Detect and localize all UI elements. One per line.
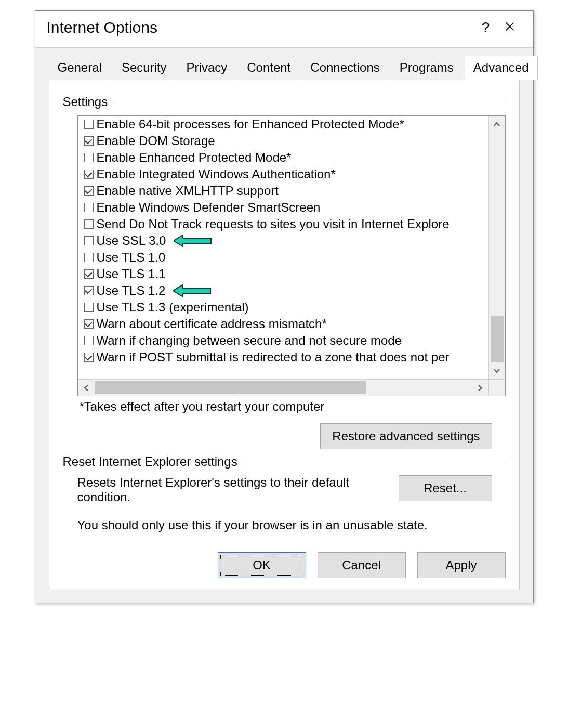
dialog-title: Internet Options	[47, 19, 474, 36]
checkbox-icon[interactable]	[84, 236, 94, 245]
horizontal-scroll-track[interactable]	[95, 380, 472, 396]
settings-item[interactable]: Warn if changing between secure and not …	[81, 332, 488, 349]
reset-block: Resets Internet Explorer's settings to t…	[77, 475, 506, 504]
settings-item[interactable]: Use TLS 1.2	[81, 282, 488, 299]
settings-item[interactable]: Enable Integrated Windows Authentication…	[81, 166, 488, 183]
settings-item-label: Warn about certificate address mismatch*	[97, 317, 327, 331]
settings-item[interactable]: Enable Enhanced Protected Mode*	[81, 149, 488, 166]
settings-item[interactable]: Enable Windows Defender SmartScreen	[81, 199, 488, 216]
settings-item-label: Enable native XMLHTTP support	[97, 184, 279, 198]
tab-label: General	[58, 60, 102, 74]
checkbox-icon[interactable]	[84, 120, 94, 129]
restore-row: Restore advanced settings	[63, 423, 492, 449]
tab-general[interactable]: General	[49, 56, 111, 80]
checkbox-icon[interactable]	[84, 170, 94, 179]
settings-item-label: Use TLS 1.2	[97, 283, 166, 298]
tab-label: Programs	[400, 60, 454, 74]
settings-item-label: Enable Enhanced Protected Mode*	[97, 150, 292, 165]
settings-item-label: Enable Integrated Windows Authentication…	[97, 167, 336, 181]
settings-item[interactable]: Enable DOM Storage	[81, 133, 488, 149]
question-icon: ?	[482, 19, 490, 36]
vertical-scrollbar[interactable]	[488, 116, 505, 379]
tab-label: Privacy	[187, 60, 228, 74]
help-button[interactable]: ?	[474, 17, 498, 38]
tab-connections[interactable]: Connections	[301, 56, 388, 80]
tab-label: Security	[122, 60, 167, 74]
settings-item-label: Use SSL 3.0	[97, 233, 166, 248]
close-button[interactable]	[498, 17, 522, 38]
dialog-content: GeneralSecurityPrivacyContentConnections…	[35, 48, 533, 603]
checkbox-icon[interactable]	[84, 203, 94, 212]
settings-item[interactable]: Use TLS 1.3 (experimental)	[81, 299, 488, 316]
settings-item[interactable]: Enable 64-bit processes for Enhanced Pro…	[81, 116, 488, 133]
tab-label: Connections	[310, 60, 379, 74]
settings-item[interactable]: Use SSL 3.0	[81, 232, 488, 249]
settings-group-header: Settings	[63, 95, 506, 109]
tab-advanced[interactable]: Advanced	[465, 56, 538, 80]
settings-item-label: Warn if changing between secure and not …	[97, 333, 402, 348]
tab-label: Advanced	[473, 60, 529, 74]
settings-item-label: Use TLS 1.0	[97, 250, 166, 265]
checkbox-icon[interactable]	[84, 336, 94, 345]
horizontal-scrollbar[interactable]	[78, 379, 488, 396]
settings-item[interactable]: Warn about certificate address mismatch*	[81, 316, 488, 332]
tab-content[interactable]: Content	[238, 56, 299, 80]
settings-item-label: Use TLS 1.1	[97, 267, 166, 281]
settings-item[interactable]: Use TLS 1.0	[81, 249, 488, 266]
checkbox-icon[interactable]	[84, 319, 94, 329]
apply-button[interactable]: Apply	[417, 552, 506, 578]
vertical-scroll-track[interactable]	[489, 133, 505, 362]
tab-strip: GeneralSecurityPrivacyContentConnections…	[49, 55, 520, 80]
settings-item[interactable]: Enable native XMLHTTP support	[81, 183, 488, 199]
settings-item[interactable]: Warn if POST submittal is redirected to …	[81, 349, 488, 366]
horizontal-scroll-thumb[interactable]	[95, 381, 366, 394]
checkbox-icon[interactable]	[84, 269, 94, 279]
scroll-down-arrow-icon[interactable]	[489, 362, 505, 379]
settings-item-label: Enable Windows Defender SmartScreen	[97, 200, 321, 215]
scroll-right-arrow-icon[interactable]	[472, 380, 488, 396]
dialog-button-bar: OK Cancel Apply	[218, 552, 506, 578]
tab-label: Content	[247, 60, 290, 74]
settings-item[interactable]: Send Do Not Track requests to sites you …	[81, 216, 488, 232]
tab-security[interactable]: Security	[113, 56, 176, 80]
close-icon	[504, 19, 516, 36]
settings-list[interactable]: Enable 64-bit processes for Enhanced Pro…	[77, 115, 506, 396]
settings-group-label: Settings	[63, 95, 108, 109]
settings-item-label: Use TLS 1.3 (experimental)	[97, 300, 249, 315]
header-rule	[114, 102, 505, 102]
restore-advanced-settings-button[interactable]: Restore advanced settings	[320, 423, 492, 449]
tab-programs[interactable]: Programs	[391, 56, 463, 80]
reset-description: Resets Internet Explorer's settings to t…	[77, 475, 385, 504]
restart-note: *Takes effect after you restart your com…	[77, 396, 506, 414]
checkbox-icon[interactable]	[84, 153, 94, 162]
settings-item-label: Enable 64-bit processes for Enhanced Pro…	[97, 117, 404, 132]
reset-button[interactable]: Reset...	[399, 475, 492, 501]
checkbox-icon[interactable]	[84, 286, 94, 295]
tab-panel-advanced: Settings Enable 64-bit processes for Enh…	[49, 80, 520, 590]
checkbox-icon[interactable]	[84, 303, 94, 312]
checkbox-icon[interactable]	[84, 136, 94, 146]
settings-item-label: Enable DOM Storage	[97, 134, 215, 148]
checkbox-icon[interactable]	[84, 219, 94, 229]
scrollbar-corner	[488, 379, 505, 396]
scroll-left-arrow-icon[interactable]	[78, 380, 95, 396]
vertical-scroll-thumb[interactable]	[491, 316, 504, 362]
checkbox-icon[interactable]	[84, 186, 94, 196]
reset-group-header: Reset Internet Explorer settings	[63, 454, 506, 469]
header-rule	[244, 462, 506, 462]
settings-item-label: Warn if POST submittal is redirected to …	[97, 350, 450, 365]
internet-options-dialog: Internet Options ? GeneralSecurityPrivac…	[35, 10, 534, 603]
reset-note: You should only use this if your browser…	[77, 518, 506, 532]
cancel-button[interactable]: Cancel	[318, 552, 406, 578]
checkbox-icon[interactable]	[84, 253, 94, 262]
settings-list-inner: Enable 64-bit processes for Enhanced Pro…	[81, 116, 488, 379]
checkbox-icon[interactable]	[84, 353, 94, 362]
reset-group-label: Reset Internet Explorer settings	[63, 454, 237, 469]
reset-group: Reset Internet Explorer settings Resets …	[63, 454, 506, 532]
scroll-up-arrow-icon[interactable]	[489, 116, 505, 133]
tab-privacy[interactable]: Privacy	[178, 56, 236, 80]
settings-item-label: Send Do Not Track requests to sites you …	[97, 217, 450, 231]
settings-item[interactable]: Use TLS 1.1	[81, 266, 488, 282]
ok-button[interactable]: OK	[218, 552, 306, 578]
titlebar: Internet Options ?	[35, 11, 533, 48]
